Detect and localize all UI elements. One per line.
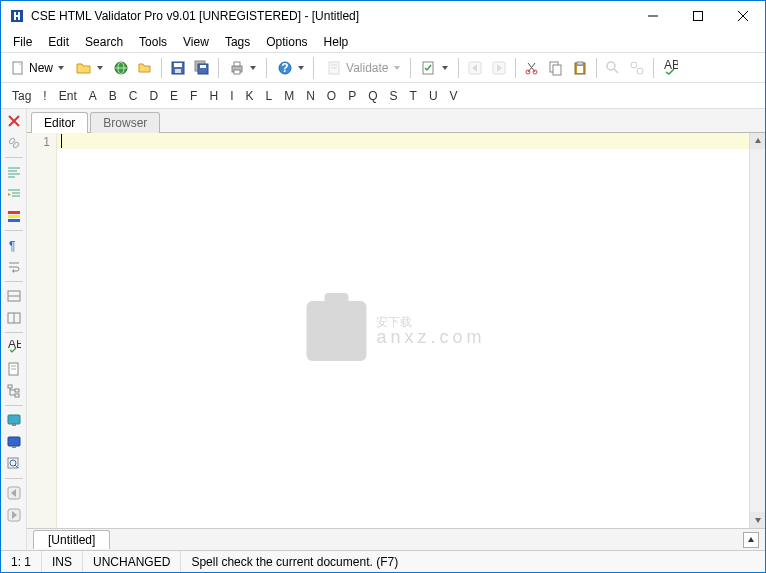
toolbar-separator: [653, 58, 654, 78]
find-replace-button[interactable]: [626, 57, 648, 79]
copy-button[interactable]: [545, 57, 567, 79]
tagbar-e[interactable]: E: [165, 87, 183, 105]
tagbar-p[interactable]: P: [343, 87, 361, 105]
new-button-label: New: [29, 61, 53, 75]
search-icon: [605, 60, 621, 76]
tagbar-exclaim[interactable]: !: [38, 87, 51, 105]
tagbar-a[interactable]: A: [84, 87, 102, 105]
tagbar-o[interactable]: O: [322, 87, 341, 105]
tagbar-f[interactable]: F: [185, 87, 202, 105]
text-area[interactable]: [57, 133, 749, 528]
pilcrow-button[interactable]: ¶: [4, 235, 24, 255]
doc-button[interactable]: [4, 359, 24, 379]
menu-tools[interactable]: Tools: [131, 33, 175, 51]
editor-area[interactable]: 1 安下载 anxz.com: [27, 133, 765, 528]
open-folder-button[interactable]: [134, 57, 156, 79]
tab-editor[interactable]: Editor: [31, 112, 88, 133]
nav-back-button[interactable]: [464, 57, 486, 79]
square-right-icon: [7, 508, 21, 522]
tagbar-i[interactable]: I: [225, 87, 238, 105]
side-separator: [5, 157, 23, 158]
paste-icon: [572, 60, 588, 76]
tagbar-v[interactable]: V: [445, 87, 463, 105]
tree-button[interactable]: [4, 381, 24, 401]
tagbar-k[interactable]: K: [240, 87, 258, 105]
title-bar: CSE HTML Validator Pro v9.01 [UNREGISTER…: [1, 1, 765, 31]
menu-search[interactable]: Search: [77, 33, 131, 51]
menu-edit[interactable]: Edit: [40, 33, 77, 51]
svg-rect-75: [15, 389, 19, 392]
svg-text:?: ?: [281, 61, 288, 75]
tagbar-l[interactable]: L: [260, 87, 277, 105]
paste-button[interactable]: [569, 57, 591, 79]
color-bars-button[interactable]: [4, 206, 24, 226]
link-button[interactable]: [4, 133, 24, 153]
toolbar-separator: [596, 58, 597, 78]
spellcheck-button[interactable]: ABC: [659, 57, 681, 79]
indent-icon: [7, 187, 21, 201]
status-changed: UNCHANGED: [83, 551, 181, 572]
scroll-up-button[interactable]: [750, 133, 765, 149]
cut-button[interactable]: [521, 57, 543, 79]
search-replace-icon: [629, 60, 645, 76]
editor-tabstrip: Editor Browser: [27, 109, 765, 133]
tagbar-tag[interactable]: Tag: [7, 87, 36, 105]
tagbar-ent[interactable]: Ent: [54, 87, 82, 105]
tagbar-s[interactable]: S: [385, 87, 403, 105]
save-button[interactable]: [167, 57, 189, 79]
tagbar-b[interactable]: B: [104, 87, 122, 105]
screen1-button[interactable]: [4, 410, 24, 430]
close-doc-button[interactable]: [4, 111, 24, 131]
new-file-icon: [10, 60, 26, 76]
vertical-scrollbar[interactable]: [749, 133, 765, 528]
validate-button[interactable]: Validate: [322, 57, 404, 79]
print-button[interactable]: [224, 57, 261, 79]
tagbar-h[interactable]: H: [204, 87, 223, 105]
wrap-button[interactable]: [4, 257, 24, 277]
split-h-button[interactable]: [4, 286, 24, 306]
maximize-button[interactable]: [675, 1, 720, 31]
chevron-down-icon: [97, 66, 103, 70]
status-insert-mode: INS: [42, 551, 83, 572]
tagbar-t[interactable]: T: [405, 87, 422, 105]
menu-options[interactable]: Options: [258, 33, 315, 51]
search-side-button[interactable]: [4, 454, 24, 474]
menu-help[interactable]: Help: [316, 33, 357, 51]
close-button[interactable]: [720, 1, 765, 31]
save-all-button[interactable]: [191, 57, 213, 79]
spellcheck-side-button[interactable]: ABC: [4, 337, 24, 357]
tagbar-u[interactable]: U: [424, 87, 443, 105]
tab-browser[interactable]: Browser: [90, 112, 160, 133]
new-button[interactable]: New: [5, 57, 69, 79]
menu-view[interactable]: View: [175, 33, 217, 51]
help-button[interactable]: ?: [272, 57, 309, 79]
magnifier-icon: [7, 457, 21, 471]
split-h-icon: [7, 289, 21, 303]
align-left-button[interactable]: [4, 162, 24, 182]
tagbar-c[interactable]: C: [124, 87, 143, 105]
minimize-button[interactable]: [630, 1, 675, 31]
menu-file[interactable]: File: [5, 33, 40, 51]
svg-rect-60: [8, 211, 20, 214]
collapse-panel-button[interactable]: [743, 532, 759, 548]
indent-button[interactable]: [4, 184, 24, 204]
screen2-button[interactable]: [4, 432, 24, 452]
tagbar-n[interactable]: N: [301, 87, 320, 105]
scroll-down-button[interactable]: [750, 512, 765, 528]
tagbar-m[interactable]: M: [279, 87, 299, 105]
nav-down-button[interactable]: [4, 505, 24, 525]
menu-tags[interactable]: Tags: [217, 33, 258, 51]
tagbar-d[interactable]: D: [144, 87, 163, 105]
nav-up-button[interactable]: [4, 483, 24, 503]
find-button[interactable]: [602, 57, 624, 79]
nav-forward-button[interactable]: [488, 57, 510, 79]
doc-tab-untitled[interactable]: [Untitled]: [33, 530, 110, 549]
svg-rect-83: [12, 446, 16, 448]
open-button[interactable]: [71, 57, 108, 79]
split-v-button[interactable]: [4, 308, 24, 328]
svg-rect-20: [200, 65, 206, 68]
tagbar-q[interactable]: Q: [363, 87, 382, 105]
browse-web-button[interactable]: [110, 57, 132, 79]
tool-config-button[interactable]: [416, 57, 453, 79]
svg-point-45: [631, 62, 637, 68]
